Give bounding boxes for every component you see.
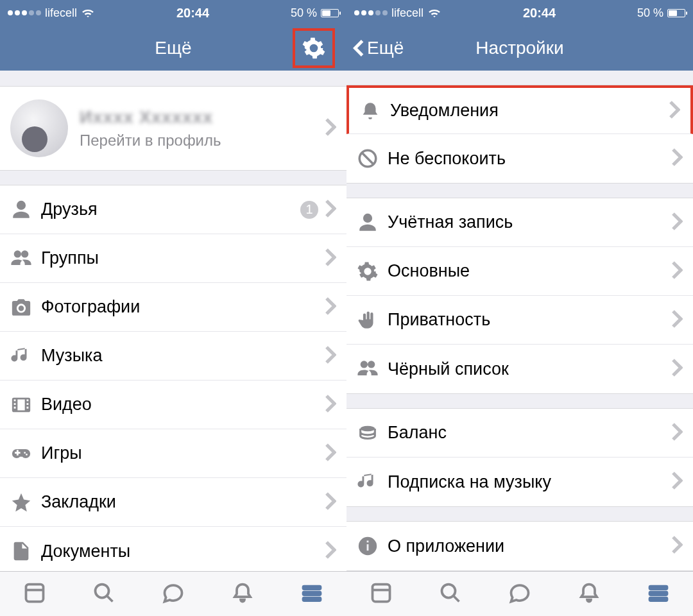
menu-groups[interactable]: Группы <box>0 234 346 283</box>
bell-icon <box>359 100 390 122</box>
profile-name-blurred: Ихххх Ххххххх <box>80 108 325 128</box>
settings-notifications[interactable]: Уведомления <box>346 85 693 134</box>
svg-point-2 <box>96 584 109 597</box>
menu-documents-label: Документы <box>41 542 325 561</box>
svg-point-15 <box>442 584 456 597</box>
svg-rect-19 <box>650 597 667 601</box>
do-not-disturb-icon <box>357 148 388 169</box>
svg-rect-6 <box>304 597 321 601</box>
back-label: Ещё <box>367 38 404 58</box>
svg-rect-13 <box>373 584 390 601</box>
status-bar: lifecell 20:44 50 % <box>346 0 693 26</box>
back-button[interactable]: Ещё <box>353 38 404 58</box>
settings-about[interactable]: О приложении <box>346 522 693 570</box>
status-bar: lifecell 20:44 50 % <box>0 0 346 26</box>
chevron-right-icon <box>325 540 336 562</box>
svg-line-16 <box>454 595 459 601</box>
camera-icon <box>10 296 41 318</box>
content-left: Ихххх Ххххххх Перейти в профиль Друзья 1… <box>0 71 346 571</box>
gamepad-icon <box>10 443 41 465</box>
signal-dots-icon <box>8 10 41 15</box>
svg-rect-18 <box>650 592 667 595</box>
gear-icon <box>302 36 326 60</box>
chevron-right-icon <box>669 100 680 122</box>
chevron-right-icon <box>671 309 683 331</box>
menu-documents[interactable]: Документы <box>0 527 346 571</box>
settings-group-4: О приложении <box>346 521 693 571</box>
tab-search[interactable] <box>439 581 462 607</box>
signal-dots-icon <box>354 10 388 15</box>
status-left: lifecell <box>8 6 95 20</box>
tab-notifications[interactable] <box>578 581 601 607</box>
chevron-right-icon <box>325 248 336 270</box>
status-time: 20:44 <box>523 6 556 21</box>
tab-messages[interactable] <box>162 581 185 607</box>
tab-messages[interactable] <box>508 581 531 607</box>
battery-icon <box>667 9 685 17</box>
tab-feed[interactable] <box>23 581 46 607</box>
chevron-right-icon <box>325 443 336 465</box>
battery-icon <box>321 9 339 17</box>
settings-about-label: О приложении <box>388 536 671 556</box>
settings-dnd-label: Не беспокоить <box>388 149 671 169</box>
chevron-right-icon <box>325 394 336 416</box>
menu-friends[interactable]: Друзья 1 <box>0 185 346 234</box>
menu-games[interactable]: Игры <box>0 429 346 478</box>
chevron-right-icon <box>325 199 336 221</box>
svg-rect-17 <box>650 586 667 589</box>
coins-icon <box>357 422 388 444</box>
profile-subtitle: Перейти в профиль <box>80 132 325 150</box>
menu-video[interactable]: Видео <box>0 381 346 429</box>
settings-general[interactable]: Основные <box>346 247 693 296</box>
hand-icon <box>357 309 388 331</box>
film-icon <box>10 394 41 416</box>
settings-group-1: Уведомления Не беспокоить <box>346 85 693 184</box>
status-time: 20:44 <box>176 6 209 21</box>
wifi-icon <box>427 8 441 18</box>
chevron-right-icon <box>671 471 683 493</box>
profile-texts: Ихххх Ххххххх Перейти в профиль <box>80 108 325 150</box>
battery-percent: 50 % <box>637 6 663 20</box>
chevron-right-icon <box>671 422 683 444</box>
settings-balance-label: Баланс <box>388 423 671 443</box>
profile-cell[interactable]: Ихххх Ххххххх Перейти в профиль <box>0 87 346 170</box>
svg-point-9 <box>361 425 375 431</box>
menu-music[interactable]: Музыка <box>0 332 346 381</box>
status-left: lifecell <box>354 6 441 20</box>
menu-groups-label: Группы <box>41 248 325 268</box>
chevron-right-icon <box>671 212 683 234</box>
tab-more[interactable] <box>647 581 670 607</box>
menu-photos[interactable]: Фотографии <box>0 283 346 332</box>
menu-bookmarks[interactable]: Закладки <box>0 478 346 527</box>
wifi-icon <box>81 8 95 18</box>
settings-privacy-label: Приватность <box>388 310 671 330</box>
chevron-right-icon <box>325 492 336 513</box>
settings-button[interactable] <box>293 28 335 68</box>
nav-header-settings: Ещё Настройки <box>346 26 693 71</box>
chevron-right-icon <box>325 296 336 318</box>
nav-title: Ещё <box>155 38 191 58</box>
friends-badge: 1 <box>300 201 318 219</box>
menu-music-label: Музыка <box>41 346 325 366</box>
settings-balance[interactable]: Баланс <box>346 409 693 458</box>
menu-section: Друзья 1 Группы Фотографии Музыка <box>0 185 346 571</box>
person-icon <box>357 212 388 234</box>
chevron-right-icon <box>671 358 683 380</box>
tab-notifications[interactable] <box>231 581 254 607</box>
tab-more[interactable] <box>300 581 323 607</box>
svg-rect-5 <box>304 592 321 595</box>
settings-dnd[interactable]: Не беспокоить <box>346 134 693 183</box>
settings-account[interactable]: Учётная запись <box>346 198 693 247</box>
settings-privacy[interactable]: Приватность <box>346 296 693 345</box>
menu-video-label: Видео <box>41 395 325 415</box>
settings-music-sub-label: Подписка на музыку <box>388 472 671 492</box>
tab-feed[interactable] <box>370 581 393 607</box>
settings-blacklist[interactable]: Чёрный список <box>346 345 693 393</box>
settings-music-sub[interactable]: Подписка на музыку <box>346 458 693 506</box>
tab-search[interactable] <box>92 581 116 607</box>
chevron-right-icon <box>671 148 683 169</box>
avatar <box>10 99 68 157</box>
phone-left: lifecell 20:44 50 % Ещё Ихххх Ххххххх Пе… <box>0 0 346 616</box>
svg-line-3 <box>107 595 113 601</box>
menu-friends-label: Друзья <box>41 200 300 219</box>
